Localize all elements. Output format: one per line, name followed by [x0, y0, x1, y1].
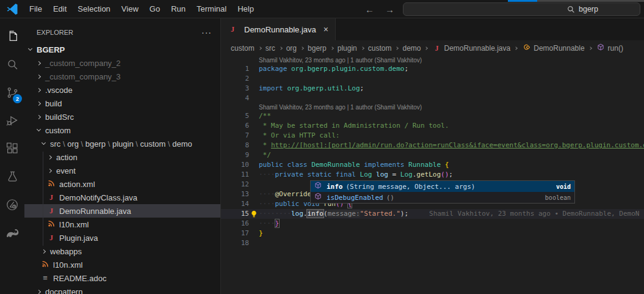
- explorer-title: EXPLORER: [37, 29, 73, 36]
- activity-tool[interactable]: [0, 191, 24, 219]
- tree-item-label: DemoRunnable.java: [59, 207, 131, 216]
- tree-item-label: l10n.xml: [53, 260, 82, 270]
- tree-item-buildsrc[interactable]: buildSrc: [24, 110, 220, 123]
- tree-item-webapps[interactable]: webapps: [24, 244, 220, 258]
- activity-testing[interactable]: [0, 163, 24, 191]
- suggest-item-info[interactable]: info(String message, Object... args)void: [311, 181, 574, 192]
- line-number: 15: [221, 209, 249, 219]
- breadcrumb-separator-icon: [514, 46, 518, 50]
- search-icon: [567, 6, 575, 13]
- chevron-right-icon: [37, 101, 41, 105]
- tree-item-label: webapps: [50, 247, 82, 256]
- breadcrumb-src[interactable]: src: [266, 44, 275, 53]
- vscode-logo-icon: [6, 3, 18, 15]
- tree-item-label: docpattern: [45, 287, 82, 294]
- tree-item--custom-company-3[interactable]: _custom_company_3: [24, 70, 220, 83]
- activity-source-control[interactable]: 2: [0, 78, 24, 106]
- breadcrumb-run-[interactable]: run(): [596, 43, 623, 53]
- testing-icon: [6, 171, 19, 183]
- class-symbol-icon: [521, 43, 531, 53]
- tree-item--vscode[interactable]: .vscode: [24, 83, 220, 97]
- menu-selection[interactable]: Selection: [72, 0, 115, 18]
- tree-item--custom-company-2[interactable]: _custom_company_2: [24, 56, 220, 70]
- menu-terminal[interactable]: Terminal: [191, 0, 232, 18]
- menu-help[interactable]: Help: [232, 0, 259, 18]
- activity-extensions[interactable]: [0, 134, 24, 163]
- line-number: 1: [221, 64, 249, 74]
- tree-item-label: buildSrc: [45, 112, 74, 122]
- close-icon[interactable]: ×: [324, 24, 328, 34]
- tree-item-action-xml[interactable]: action.xml: [24, 177, 220, 191]
- tree-item-bgerp[interactable]: BGERP: [24, 43, 220, 56]
- tree-item-src-org-bgerp-plugin-custom-demo[interactable]: src \ org \ bgerp \ plugin \ custom \ de…: [24, 137, 220, 150]
- menu-run[interactable]: Run: [165, 0, 191, 18]
- breadcrumb-org[interactable]: org: [286, 44, 297, 53]
- tree-item-demorunnable-java[interactable]: JDemoRunnable.java: [24, 204, 220, 218]
- code-editor[interactable]: Shamil Vakhitov, 23 months ago | 1 autho…: [221, 56, 644, 248]
- activity-search[interactable]: [0, 50, 24, 78]
- breadcrumb-separator-icon: [330, 46, 334, 50]
- tree-item-custom[interactable]: custom: [24, 123, 220, 137]
- code-line-15: 15········log.info(message:"Started.");S…: [221, 209, 644, 219]
- suggest-name: isDebugEnabled: [327, 194, 383, 202]
- forward-arrow-icon[interactable]: →: [385, 4, 394, 15]
- run-debug-icon: [6, 114, 19, 127]
- tree-item-label: Plugin.java: [59, 233, 98, 243]
- activity-files[interactable]: [0, 22, 24, 50]
- back-arrow-icon[interactable]: ←: [365, 4, 374, 15]
- line-number: 6: [221, 121, 249, 131]
- codelens-annotation[interactable]: Shamil Vakhitov, 23 months ago | 1 autho…: [221, 103, 644, 111]
- code-line-10: 10public class DemoRunnable implements R…: [221, 160, 644, 170]
- chevron-down-icon: [42, 141, 46, 145]
- line-number: 18: [221, 238, 249, 248]
- line-number: 4: [221, 94, 249, 103]
- line-number: 10: [221, 160, 249, 170]
- tab-demorunnable[interactable]: J DemoRunnable.java ×: [221, 18, 336, 40]
- breadcrumb-custom[interactable]: custom: [368, 44, 392, 53]
- tool-icon: [5, 198, 19, 211]
- line-number: 11: [221, 170, 249, 180]
- breadcrumb-bgerp[interactable]: bgerp: [308, 44, 327, 53]
- breadcrumb-custom[interactable]: custom: [231, 44, 255, 53]
- tree-item-l10n-xml[interactable]: l10n.xml: [24, 218, 220, 231]
- code-line-3: 3import org.bgerp.util.Log;: [221, 84, 644, 94]
- tree-item-docpattern[interactable]: docpattern: [24, 285, 220, 294]
- tree-item-build[interactable]: build: [24, 97, 220, 110]
- adoc-file-icon: ≡: [40, 273, 50, 283]
- tree-item-label: _custom_company_2: [45, 59, 121, 68]
- lightbulb-icon[interactable]: [250, 210, 258, 218]
- tree-item-demonotifyclass-java[interactable]: JDemoNotifyClass.java: [24, 191, 220, 204]
- breadcrumb-separator-icon: [258, 46, 262, 50]
- line-number: 2: [221, 74, 249, 84]
- menu-go[interactable]: Go: [144, 0, 165, 18]
- code-line-6: 6 * May be started in Administration / R…: [221, 121, 644, 131]
- code-line-2: 2: [221, 74, 644, 84]
- activity-run-debug[interactable]: [0, 106, 24, 134]
- more-actions-icon[interactable]: ···: [201, 28, 212, 37]
- breadcrumb-demorunnable-java[interactable]: JDemoRunnable.java: [432, 43, 510, 53]
- breadcrumb-separator-icon: [279, 46, 283, 50]
- code-line-1: 1package org.bgerp.plugin.custom.demo;: [221, 64, 644, 74]
- menu-file[interactable]: File: [24, 0, 48, 18]
- tree-item-plugin-java[interactable]: JPlugin.java: [24, 231, 220, 244]
- chevron-right-icon: [37, 74, 41, 78]
- tree-item-label: l10n.xml: [59, 220, 89, 229]
- tree-item-readme-adoc[interactable]: ≡README.adoc: [24, 271, 220, 285]
- tree-item-action[interactable]: action: [24, 150, 220, 164]
- chevron-down-icon: [28, 46, 32, 51]
- explorer-sidebar: EXPLORER ··· BGERP_custom_company_2_cust…: [24, 18, 221, 294]
- activity-gradle[interactable]: [0, 219, 24, 247]
- menu-edit[interactable]: Edit: [48, 0, 72, 18]
- breadcrumb-demorunnable[interactable]: DemoRunnable: [521, 43, 584, 53]
- suggest-item-isdebugenabled[interactable]: isDebugEnabled()boolean: [311, 192, 574, 203]
- breadcrumb-plugin[interactable]: plugin: [338, 44, 357, 53]
- tree-item-label: BGERP: [37, 45, 65, 54]
- tree-item-l10n-xml[interactable]: l10n.xml: [24, 258, 220, 271]
- breadcrumb-demo[interactable]: demo: [402, 44, 421, 53]
- command-center-search[interactable]: bgerp: [403, 2, 640, 16]
- tree-item-label: README.adoc: [53, 274, 106, 283]
- tree-item-event[interactable]: event: [24, 164, 220, 177]
- line-number: 14: [221, 199, 249, 209]
- menu-view[interactable]: View: [116, 0, 144, 18]
- codelens-annotation[interactable]: Shamil Vakhitov, 23 months ago | 1 autho…: [221, 56, 644, 64]
